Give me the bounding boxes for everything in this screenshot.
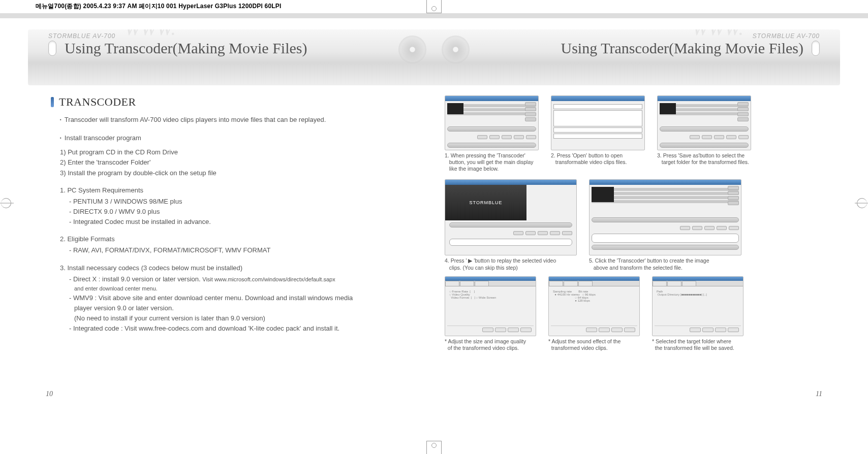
crop-mark-top bbox=[426, 0, 442, 13]
cap1-b: of the transformed video clips. bbox=[448, 345, 519, 351]
step1-c: like the image below. bbox=[449, 166, 499, 172]
screenshot-setting-video: ○ Frame Rate [ ] ○ Video Quality Video F… bbox=[445, 276, 536, 336]
screenshot-play: STORMBLUE bbox=[445, 179, 577, 255]
cap3-b: the transformed file will be saved. bbox=[655, 345, 734, 351]
codecs-head: 3. Install necessary codecs (3 codecs be… bbox=[60, 263, 414, 273]
device-left: STORMBLUE AV-700 bbox=[48, 33, 115, 40]
section-heading: TRANSCODER bbox=[51, 95, 414, 109]
sysreq-item: - Integrated Codec must be installed in … bbox=[69, 217, 414, 227]
screenshot-open-dialog bbox=[551, 95, 645, 150]
step5-a: 5. Click the 'Transcoder' button to crea… bbox=[589, 257, 709, 264]
device-right: STORMBLUE AV-700 bbox=[753, 33, 820, 40]
codec-int: - Integrated code : Visit www.free-codec… bbox=[69, 323, 414, 334]
step2-a: 2. Press 'Open' button to open bbox=[551, 152, 623, 158]
sysreq-item: - PENTIUM 3 / WINDOWS 98/ME plus bbox=[69, 197, 414, 207]
page-number-left: 10 bbox=[46, 390, 53, 398]
screenshot-transcoder-main bbox=[445, 95, 539, 150]
step4-a: 4. Press ' ▶ 'button to replay the selec… bbox=[445, 257, 556, 264]
hero-title-right: Using Transcoder(Making Movie Files) bbox=[561, 40, 820, 57]
intro-line: Transcoder will transform AV-700 video c… bbox=[60, 115, 414, 125]
install-step: 3) Install the program by double-click o… bbox=[60, 168, 414, 178]
step5-b: above and transform the selected file. bbox=[594, 265, 683, 271]
screenshot-setting-audio: Sampling rate Bit rate ● 44100 Hz stereo… bbox=[548, 276, 640, 336]
pill-icon bbox=[48, 41, 56, 56]
pill-icon bbox=[812, 41, 820, 56]
sysreq-item: - DIRECTX 9.0 / WMV 9.0 plus bbox=[69, 207, 414, 217]
codec-wmv-c: (No need to install if your current vers… bbox=[69, 313, 414, 323]
hero-deco bbox=[368, 35, 500, 80]
right-column: 1. When pressing the 'Transcoder' button… bbox=[445, 95, 840, 356]
hero-banner: WWW. WWW. STORMBLUE AV-700 STORMBLUE AV-… bbox=[28, 29, 840, 85]
step3-b: target folder for the transformed files. bbox=[662, 159, 749, 165]
screenshot-saveas bbox=[657, 95, 751, 150]
cap3-a: * Selected the target folder where bbox=[652, 338, 731, 344]
cap1-a: * Adjust the size and image quality bbox=[445, 338, 526, 344]
gray-bar bbox=[0, 13, 868, 18]
codec-dx: - Direct X : install 9.0 version or late… bbox=[69, 274, 414, 284]
step3-a: 3. Press 'Save as'button to select the bbox=[657, 152, 745, 158]
section-title: TRANSCODER bbox=[59, 95, 136, 109]
step2-b: transformable video clips files. bbox=[555, 159, 627, 165]
codec-wmv-a: - WMV9 : Visit above site and enter down… bbox=[69, 293, 414, 303]
left-column: TRANSCODER Transcoder will transform AV-… bbox=[28, 95, 414, 356]
www-deco-left: WWW. bbox=[125, 29, 176, 40]
install-head: Install transcoder program bbox=[60, 133, 414, 143]
heading-bar-icon bbox=[51, 97, 54, 107]
cap2-a: * Adjust the sound effect of the bbox=[548, 338, 621, 344]
step4-b: clips. (You can skip this step) bbox=[449, 265, 518, 271]
cap2-b: transformed video clips. bbox=[551, 345, 608, 351]
step1-a: 1. When pressing the 'Transcoder' bbox=[445, 152, 525, 158]
video-preview: STORMBLUE bbox=[445, 185, 526, 220]
hero-title-left-text: Using Transcoder(Making Movie Files) bbox=[65, 40, 307, 57]
video-brand: STORMBLUE bbox=[470, 200, 503, 205]
codec-wmv-b: player version 9.0 or later version. bbox=[69, 303, 414, 313]
codec-dx-url: Visit www.microsoft.com/windows/directx/… bbox=[202, 276, 335, 282]
formats-head: 2. Eligible Formats bbox=[60, 234, 414, 244]
sysreq-head: 1. PC System Requirements bbox=[60, 185, 414, 196]
screenshot-transcoder-run bbox=[589, 179, 741, 255]
crop-mark-right bbox=[857, 198, 867, 208]
install-step: 1) Put program CD in the CD Rom Drive bbox=[60, 147, 414, 157]
step1-b: button, you will get the main display bbox=[449, 159, 534, 165]
page-number-right: 11 bbox=[816, 390, 822, 398]
codec-dx-a: - Direct X : install 9.0 version or late… bbox=[69, 275, 202, 283]
crop-mark-bottom bbox=[426, 441, 442, 454]
codec-dx-note: and enter download center menu. bbox=[69, 284, 414, 293]
crop-mark-left bbox=[1, 198, 11, 208]
screenshot-setting-path: Path Output Directory [■■■■■■■■■■■] [..] bbox=[652, 276, 743, 336]
hero-title-left: Using Transcoder(Making Movie Files) bbox=[48, 40, 307, 57]
formats-item: - RAW, AVI, FORMAT/DIVX, FORMAT/MICROSOF… bbox=[69, 245, 414, 255]
hero-title-right-text: Using Transcoder(Making Movie Files) bbox=[561, 40, 803, 57]
www-deco-right: WWW. bbox=[692, 29, 743, 40]
install-step: 2) Enter the 'transcoder Folder' bbox=[60, 157, 414, 168]
